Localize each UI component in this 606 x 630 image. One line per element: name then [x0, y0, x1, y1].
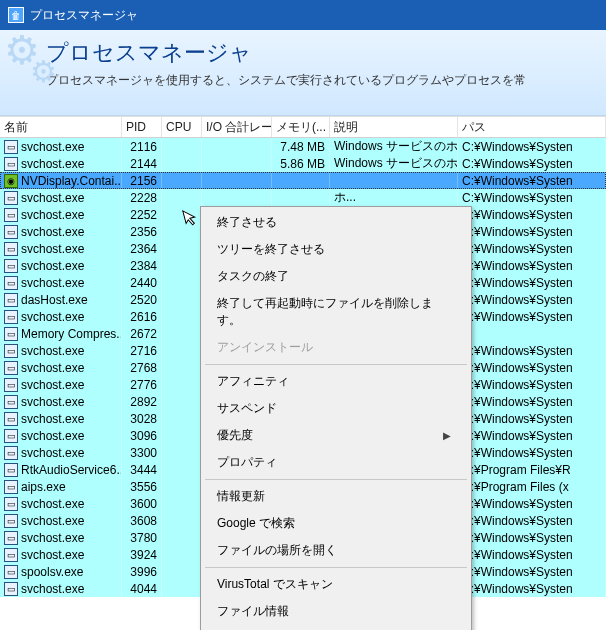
menu-item[interactable]: 優先度▶	[203, 422, 469, 449]
menu-item[interactable]: プロパティ	[203, 449, 469, 476]
menu-item[interactable]: 終了して再起動時にファイルを削除します。	[203, 290, 469, 334]
process-name: svchost.exe	[21, 344, 84, 358]
process-icon: ▭	[4, 582, 18, 596]
cell-pid: 3600	[122, 495, 162, 512]
process-icon: ▭	[4, 361, 18, 375]
col-pid[interactable]: PID	[122, 117, 162, 137]
col-mem[interactable]: メモリ(...	[272, 117, 330, 137]
cell-cpu	[162, 189, 202, 206]
page-subtitle: プロセスマネージャを使用すると、システムで実行されているプログラムやプロセスを常	[46, 72, 594, 89]
process-icon: ▭	[4, 191, 18, 205]
menu-item[interactable]: アフィニティ	[203, 368, 469, 395]
menu-item[interactable]: Google で検索	[203, 510, 469, 537]
col-desc[interactable]: 説明	[330, 117, 458, 137]
cell-cpu	[162, 580, 202, 597]
process-icon: ▭	[4, 208, 18, 222]
col-io[interactable]: I/O 合計レート	[202, 117, 272, 137]
cell-desc: Windows サービスのホ...	[330, 138, 458, 155]
process-name: svchost.exe	[21, 208, 84, 222]
col-cpu[interactable]: CPU	[162, 117, 202, 137]
menu-item[interactable]: 終了させる	[203, 209, 469, 236]
cell-path: C:¥Windows¥Systen	[458, 546, 606, 563]
process-icon: ▭	[4, 480, 18, 494]
cell-path: C:¥Program Files (x	[458, 478, 606, 495]
process-icon: ▭	[4, 157, 18, 171]
cell-pid: 2892	[122, 393, 162, 410]
cell-cpu	[162, 393, 202, 410]
cell-pid: 3444	[122, 461, 162, 478]
cell-cpu	[162, 359, 202, 376]
cell-pid: 2616	[122, 308, 162, 325]
chevron-right-icon: ▶	[443, 430, 451, 441]
cell-mem: 5.86 MB	[272, 155, 330, 172]
cell-cpu	[162, 546, 202, 563]
cell-cpu	[162, 512, 202, 529]
context-menu: 終了させるツリーを終了させるタスクの終了終了して再起動時にファイルを削除します。…	[200, 206, 472, 630]
menu-item[interactable]: ファイルチェックサム	[203, 625, 469, 630]
cell-path: C:¥Windows¥Systen	[458, 308, 606, 325]
table-row[interactable]: ◉NVDisplay.Contai...2156C:¥Windows¥Syste…	[0, 172, 606, 189]
cell-path: C:¥Program Files¥R	[458, 461, 606, 478]
cell-cpu	[162, 206, 202, 223]
cell-path: C:¥Windows¥Systen	[458, 512, 606, 529]
menu-item[interactable]: ファイルの場所を開く	[203, 537, 469, 564]
process-name: svchost.exe	[21, 157, 84, 171]
menu-item-label: 優先度	[217, 427, 253, 444]
table-row[interactable]: ▭svchost.exe21167.48 MBWindows サービスのホ...…	[0, 138, 606, 155]
gear-decoration-icon: ⚙⚙	[4, 36, 40, 64]
menu-item-label: Google で検索	[217, 515, 295, 532]
cell-desc	[330, 172, 458, 189]
col-name[interactable]: 名前	[0, 117, 122, 137]
process-name: spoolsv.exe	[21, 565, 83, 579]
process-icon: ▭	[4, 310, 18, 324]
process-icon: ▭	[4, 259, 18, 273]
cell-cpu	[162, 172, 202, 189]
menu-item[interactable]: タスクの終了	[203, 263, 469, 290]
process-name: aips.exe	[21, 480, 66, 494]
process-name: svchost.exe	[21, 446, 84, 460]
process-icon: ▭	[4, 395, 18, 409]
titlebar[interactable]: 🗑 プロセスマネージャ	[0, 0, 606, 30]
cell-pid: 3096	[122, 427, 162, 444]
page-title: プロセスマネージャ	[46, 38, 594, 68]
header-banner: ⚙⚙ プロセスマネージャ プロセスマネージャを使用すると、システムで実行されてい…	[0, 30, 606, 116]
process-name: NVDisplay.Contai...	[21, 174, 122, 188]
cell-pid: 2776	[122, 376, 162, 393]
cell-pid: 3924	[122, 546, 162, 563]
menu-item[interactable]: 情報更新	[203, 483, 469, 510]
process-name: svchost.exe	[21, 582, 84, 596]
menu-item[interactable]: ファイル情報	[203, 598, 469, 625]
cell-path: C:¥Windows¥Systen	[458, 444, 606, 461]
cell-cpu	[162, 461, 202, 478]
cell-pid: 2716	[122, 342, 162, 359]
cell-cpu	[162, 138, 202, 155]
process-name: svchost.exe	[21, 378, 84, 392]
menu-item[interactable]: VirusTotal でスキャン	[203, 571, 469, 598]
table-row[interactable]: ▭svchost.exe2228ホ...C:¥Windows¥Systen	[0, 189, 606, 206]
process-name: dasHost.exe	[21, 293, 88, 307]
table-row[interactable]: ▭svchost.exe21445.86 MBWindows サービスのホ...…	[0, 155, 606, 172]
cell-pid: 2228	[122, 189, 162, 206]
menu-item-label: ツリーを終了させる	[217, 241, 325, 258]
menu-item[interactable]: サスペンド	[203, 395, 469, 422]
cell-path: C:¥Windows¥Systen	[458, 240, 606, 257]
process-icon: ▭	[4, 225, 18, 239]
cell-cpu	[162, 291, 202, 308]
process-name: RtkAudioService6...	[21, 463, 122, 477]
cell-cpu	[162, 495, 202, 512]
process-icon: ▭	[4, 412, 18, 426]
cell-path: C:¥Windows¥Systen	[458, 189, 606, 206]
process-name: svchost.exe	[21, 361, 84, 375]
menu-separator	[205, 479, 467, 480]
cell-pid: 4044	[122, 580, 162, 597]
process-icon: ▭	[4, 140, 18, 154]
menu-item[interactable]: ツリーを終了させる	[203, 236, 469, 263]
cell-cpu	[162, 563, 202, 580]
process-icon: ▭	[4, 429, 18, 443]
process-name: svchost.exe	[21, 259, 84, 273]
cell-path: C:¥Windows¥Systen	[458, 410, 606, 427]
cell-pid: 2356	[122, 223, 162, 240]
cell-path	[458, 325, 606, 342]
cell-path: C:¥Windows¥Systen	[458, 274, 606, 291]
col-path[interactable]: パス	[458, 117, 606, 137]
